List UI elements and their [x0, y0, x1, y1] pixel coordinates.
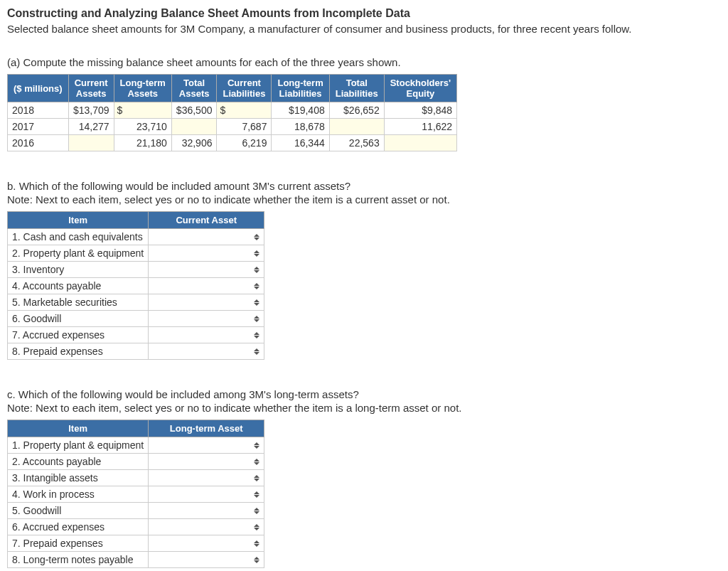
value-cell: $26,652	[329, 102, 384, 119]
part-c-note: Note: Next to each item, select yes or n…	[7, 402, 721, 414]
value-cell: 14,277	[68, 119, 114, 135]
value-cell: 32,906	[171, 135, 217, 151]
chevron-sort-icon	[254, 442, 259, 449]
item-label: 6. Accrued expenses	[8, 519, 149, 535]
yes-no-select[interactable]	[149, 278, 264, 294]
yes-no-select[interactable]	[149, 535, 264, 552]
chevron-sort-icon	[254, 459, 259, 465]
page-title: Constructing and Analyzing Balance Sheet…	[7, 7, 721, 20]
value-cell: 7,687	[217, 119, 272, 135]
yes-no-select[interactable]	[149, 552, 264, 568]
input-cell[interactable]	[329, 119, 384, 135]
col-header: Item	[8, 212, 149, 229]
item-label: 2. Property plant & equipment	[8, 245, 149, 262]
yes-no-select[interactable]	[149, 519, 264, 535]
chevron-sort-icon	[254, 524, 259, 530]
col-header: Stockholders'Equity	[384, 75, 456, 102]
col-header: CurrentAssets	[68, 75, 114, 102]
chevron-sort-icon	[254, 283, 259, 289]
chevron-sort-icon	[254, 348, 259, 355]
input-cell[interactable]: $	[114, 102, 171, 119]
yes-no-select[interactable]	[149, 311, 264, 327]
yes-no-select[interactable]	[149, 294, 264, 311]
value-cell: 16,344	[272, 135, 329, 151]
col-header: TotalAssets	[171, 75, 217, 102]
yes-no-select[interactable]	[149, 470, 264, 486]
year-cell: 2016	[8, 135, 69, 151]
value-cell: 11,622	[384, 119, 456, 135]
item-label: 7. Accrued expenses	[8, 327, 149, 343]
col-header: Long-termLiabilities	[272, 75, 329, 102]
value-cell: 6,219	[217, 135, 272, 151]
chevron-sort-icon	[254, 250, 259, 257]
item-label: 4. Accounts payable	[8, 278, 149, 294]
input-cell[interactable]: $	[217, 102, 272, 119]
chevron-sort-icon	[254, 540, 259, 547]
col-header: TotalLiabilities	[329, 75, 384, 102]
item-label: 7. Prepaid expenses	[8, 535, 149, 552]
chevron-sort-icon	[254, 475, 259, 481]
yes-no-select[interactable]	[149, 486, 264, 503]
year-cell: 2018	[8, 102, 69, 119]
value-cell: 21,180	[114, 135, 171, 151]
value-cell: $9,848	[384, 102, 456, 119]
chevron-sort-icon	[254, 557, 259, 563]
item-label: 8. Long-term notes payable	[8, 552, 149, 568]
value-cell: $36,500	[171, 102, 217, 119]
value-cell: 18,678	[272, 119, 329, 135]
chevron-sort-icon	[254, 508, 259, 514]
col-header: Long-term Asset	[149, 420, 264, 437]
col-header: Long-termAssets	[114, 75, 171, 102]
input-cell[interactable]	[384, 135, 456, 151]
value-cell: 22,563	[329, 135, 384, 151]
year-cell: 2017	[8, 119, 69, 135]
item-label: 5. Marketable securities	[8, 294, 149, 311]
item-label: 3. Inventory	[8, 262, 149, 278]
part-b-prompt: b. Which of the following would be inclu…	[7, 180, 721, 192]
col-header: ($ millions)	[8, 75, 69, 102]
item-label: 1. Property plant & equipment	[8, 437, 149, 454]
item-label: 1. Cash and cash equivalents	[8, 229, 149, 245]
current-asset-table: ItemCurrent Asset1. Cash and cash equiva…	[7, 211, 264, 360]
col-header: Current Asset	[149, 212, 264, 229]
yes-no-select[interactable]	[149, 454, 264, 470]
chevron-sort-icon	[254, 234, 259, 240]
page-subtitle: Selected balance sheet amounts for 3M Co…	[7, 23, 721, 35]
chevron-sort-icon	[254, 299, 259, 306]
yes-no-select[interactable]	[149, 503, 264, 519]
item-label: 2. Accounts payable	[8, 454, 149, 470]
col-header: Item	[8, 420, 149, 437]
item-label: 6. Goodwill	[8, 311, 149, 327]
value-cell: $19,408	[272, 102, 329, 119]
input-cell[interactable]	[171, 119, 217, 135]
longterm-asset-table: ItemLong-term Asset1. Property plant & e…	[7, 420, 264, 568]
chevron-sort-icon	[254, 491, 259, 498]
chevron-sort-icon	[254, 316, 259, 322]
yes-no-select[interactable]	[149, 343, 264, 360]
item-label: 8. Prepaid expenses	[8, 343, 149, 360]
col-header: CurrentLiabilities	[217, 75, 272, 102]
chevron-sort-icon	[254, 332, 259, 338]
item-label: 5. Goodwill	[8, 503, 149, 519]
yes-no-select[interactable]	[149, 327, 264, 343]
item-label: 4. Work in process	[8, 486, 149, 503]
yes-no-select[interactable]	[149, 245, 264, 262]
item-label: 3. Intangible assets	[8, 470, 149, 486]
yes-no-select[interactable]	[149, 229, 264, 245]
value-cell: $13,709	[68, 102, 114, 119]
input-cell[interactable]	[68, 135, 114, 151]
yes-no-select[interactable]	[149, 437, 264, 454]
value-cell: 23,710	[114, 119, 171, 135]
balance-sheet-table: ($ millions)CurrentAssetsLong-termAssets…	[7, 74, 457, 151]
chevron-sort-icon	[254, 267, 259, 273]
part-a-prompt: (a) Compute the missing balance sheet am…	[7, 56, 721, 68]
yes-no-select[interactable]	[149, 262, 264, 278]
part-b-note: Note: Next to each item, select yes or n…	[7, 193, 721, 206]
part-c-prompt: c. Which of the following would be inclu…	[7, 388, 721, 400]
